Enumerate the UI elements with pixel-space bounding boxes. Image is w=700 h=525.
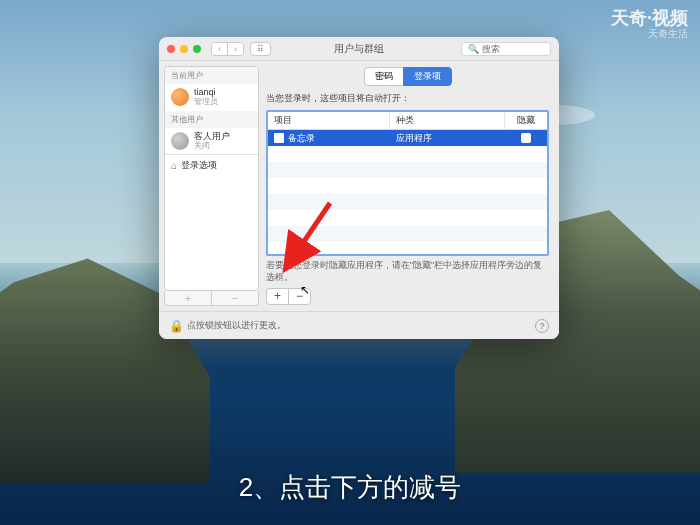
user-role: 关闭 — [194, 142, 230, 151]
back-button[interactable]: ‹ — [212, 43, 228, 55]
show-all-button[interactable]: ⠿ — [250, 42, 271, 56]
section-header-other: 其他用户 — [165, 111, 258, 128]
user-item-current[interactable]: tianqi 管理员 — [165, 84, 258, 111]
table-row — [268, 210, 547, 226]
hide-checkbox[interactable] — [521, 133, 531, 143]
table-row — [268, 226, 547, 242]
table-row — [268, 194, 547, 210]
footer: 🔒 点按锁按钮以进行更改。 ? — [159, 311, 559, 339]
traffic-lights — [167, 45, 201, 53]
add-user-button[interactable]: + — [165, 291, 212, 305]
titlebar: ‹ › ⠿ 用户与群组 🔍 — [159, 37, 559, 61]
lock-text: 点按锁按钮以进行更改。 — [187, 319, 286, 332]
app-icon — [274, 133, 284, 143]
tab-login-items[interactable]: 登录项 — [403, 67, 452, 86]
table-row — [268, 178, 547, 194]
help-button[interactable]: ? — [535, 319, 549, 333]
minimize-button[interactable] — [180, 45, 188, 53]
lock-icon[interactable]: 🔒 — [169, 319, 181, 333]
login-options-label: 登录选项 — [181, 159, 217, 172]
sidebar: 当前用户 tianqi 管理员 其他用户 客人用户 关闭 — [159, 61, 264, 311]
tabs: 密码 登录项 — [266, 67, 549, 86]
forward-button[interactable]: › — [228, 43, 243, 55]
add-item-button[interactable]: + — [267, 289, 289, 304]
login-items-table: 项目 种类 隐藏 备忘录 应用程序 — [266, 110, 549, 256]
item-name: 备忘录 — [288, 132, 315, 145]
video-caption: 2、点击下方的减号 — [239, 470, 461, 505]
panel-description: 当您登录时，这些项目将自动打开： — [266, 92, 549, 105]
col-item[interactable]: 项目 — [268, 112, 390, 129]
search-icon: 🔍 — [468, 44, 479, 54]
item-kind: 应用程序 — [390, 132, 505, 145]
tab-password[interactable]: 密码 — [364, 67, 403, 86]
search-field[interactable]: 🔍 — [461, 42, 551, 56]
nav-buttons: ‹ › — [211, 42, 244, 56]
avatar — [171, 132, 189, 150]
section-header-current: 当前用户 — [165, 67, 258, 84]
window-title: 用户与群组 — [334, 42, 384, 56]
avatar — [171, 88, 189, 106]
login-options[interactable]: ⌂ 登录选项 — [165, 154, 258, 176]
home-icon: ⌂ — [171, 160, 177, 171]
main-panel: 密码 登录项 当您登录时，这些项目将自动打开： 项目 种类 隐藏 备忘录 应用程… — [264, 61, 559, 311]
col-kind[interactable]: 种类 — [390, 112, 505, 129]
col-hide[interactable]: 隐藏 — [505, 112, 547, 129]
user-role: 管理员 — [194, 98, 218, 107]
system-prefs-window: ‹ › ⠿ 用户与群组 🔍 当前用户 tianqi 管理员 其他用户 — [159, 37, 559, 339]
user-list: 当前用户 tianqi 管理员 其他用户 客人用户 关闭 — [164, 66, 259, 291]
table-row — [268, 146, 547, 162]
user-item-guest[interactable]: 客人用户 关闭 — [165, 128, 258, 155]
sidebar-add-remove: + − — [164, 291, 259, 306]
table-row — [268, 162, 547, 178]
hint-text: 若要在您登录时隐藏应用程序，请在"隐藏"栏中选择应用程序旁边的复选框。 — [266, 260, 549, 284]
maximize-button[interactable] — [193, 45, 201, 53]
close-button[interactable] — [167, 45, 175, 53]
search-input[interactable] — [482, 44, 544, 54]
table-row[interactable]: 备忘录 应用程序 — [268, 130, 547, 146]
watermark-sub: 天奇生活 — [648, 27, 688, 41]
table-header: 项目 种类 隐藏 — [268, 112, 547, 130]
cursor-icon: ↖ — [300, 283, 310, 297]
remove-user-button[interactable]: − — [212, 291, 258, 305]
